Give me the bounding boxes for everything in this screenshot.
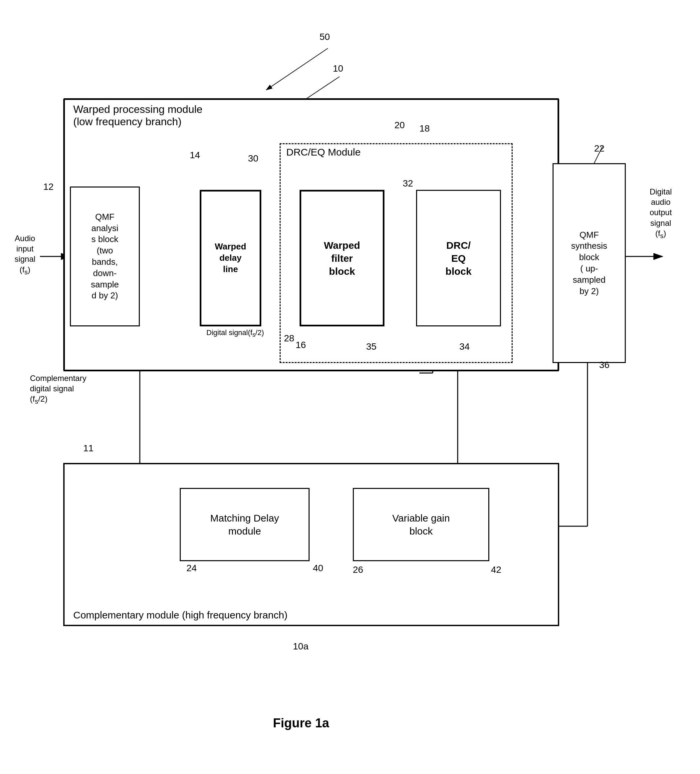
drc-eq-label: DRC/EQblock [445,239,471,278]
ref-30: 30 [248,153,258,164]
audio-input-label: Audioinputsignal(fs) [7,233,43,276]
variable-gain-block: Variable gainblock [353,488,489,561]
warped-filter-label: Warpedfilterblock [324,239,360,278]
qmf-analysis-label: QMFanalysis block(twobands,down-sampled … [91,212,119,301]
ref-42: 42 [491,564,501,575]
digital-signal-label: Digital signal(fs/2) [206,328,273,339]
qmf-synthesis-label: QMFsynthesisblock( up-sampledby 2) [571,230,607,297]
complementary-signal-label: Complementarydigital signal(fs/2) [30,373,103,406]
ref-11: 11 [83,443,94,453]
ref-36: 36 [599,360,609,370]
ref-34: 34 [459,341,470,352]
qmf-analysis-block: QMFanalysis block(twobands,down-sampled … [70,187,140,326]
warped-filter-block: Warpedfilterblock [300,190,385,326]
matching-delay-label: Matching Delaymodule [210,511,279,538]
complementary-module-label: Complementary module (high frequency bra… [73,609,287,621]
ref-10a: 10a [293,641,309,652]
ref-50: 50 [320,31,330,42]
ref-26: 26 [353,564,363,575]
variable-gain-label: Variable gainblock [393,511,450,538]
ref-16: 16 [296,340,306,351]
ref-28: 28 [284,333,294,344]
ref-24: 24 [187,563,197,574]
drc-eq-module-label: DRC/EQ Module [286,147,360,158]
ref-14: 14 [190,150,200,160]
ref-20: 20 [395,120,405,131]
ref-40: 40 [313,563,323,574]
svg-line-18 [266,48,328,90]
qmf-synthesis-block: QMFsynthesisblock( up-sampledby 2) [553,163,626,363]
ref-10: 10 [333,63,343,74]
warped-delay-block: Warpeddelayline [200,190,261,326]
warped-delay-label: Warpeddelayline [215,241,246,275]
warped-processing-label: Warped processing module(low frequency b… [73,103,202,128]
figure-label: Figure 1a [273,716,329,730]
ref-32: 32 [403,178,413,189]
matching-delay-block: Matching Delaymodule [180,488,310,561]
ref-22: 22 [594,143,604,154]
ref-18: 18 [419,123,430,134]
diagram-container: 50 10 Warped processing module(low frequ… [0,0,700,774]
drc-eq-block: DRC/EQblock [416,190,501,326]
ref-35: 35 [366,341,376,352]
ref-12: 12 [43,182,54,192]
digital-audio-output-label: Digitalaudiooutputsignal(fs) [631,187,691,240]
